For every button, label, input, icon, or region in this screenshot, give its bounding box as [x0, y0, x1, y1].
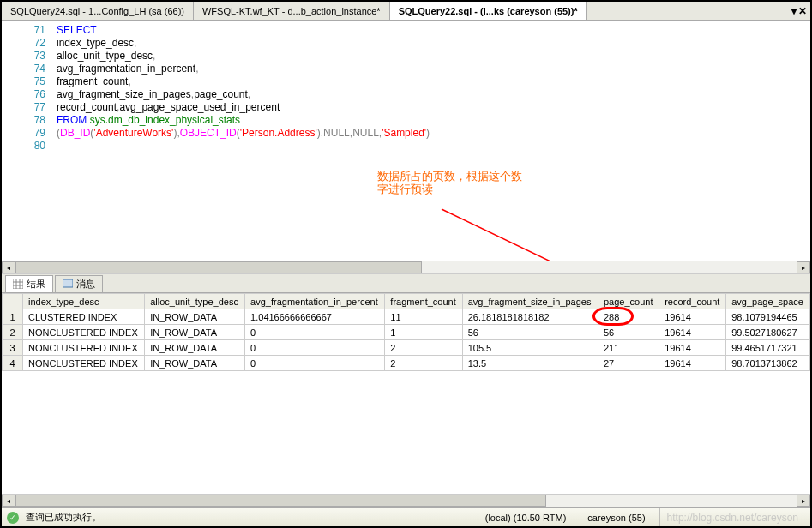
sql-editor[interactable]: 71727374757677787980 SELECT index_type_d… — [2, 21, 810, 261]
tab-dropdown-icon[interactable]: ▾ — [791, 5, 797, 17]
status-server: (local) (10.50 RTM) — [478, 508, 574, 526]
scroll-left-icon[interactable]: ◂ — [2, 495, 15, 507]
table-row[interactable]: 1CLUSTERED INDEXIN_ROW_DATA1.04166666666… — [3, 309, 810, 325]
scroll-left-icon[interactable]: ◂ — [2, 261, 15, 273]
results-grid-wrap: index_type_desc alloc_unit_type_desc avg… — [2, 293, 810, 494]
code-area[interactable]: SELECT index_type_desc, alloc_unit_type_… — [51, 21, 810, 261]
annotation-text: 数据所占的页数，根据这个数 字进行预读 — [377, 170, 522, 195]
scroll-right-icon[interactable]: ▸ — [797, 261, 810, 273]
svg-line-0 — [442, 209, 656, 261]
svg-rect-6 — [63, 279, 73, 287]
tab-results-label: 结果 — [27, 278, 45, 291]
results-grid[interactable]: index_type_desc alloc_unit_type_desc avg… — [2, 293, 810, 371]
tab-wfsql[interactable]: WFSQL-KT.wf_KT - d...b_action_instance* — [194, 2, 390, 20]
table-row[interactable]: 2NONCLUSTERED INDEXIN_ROW_DATA0156561961… — [3, 325, 810, 340]
table-row[interactable]: 4NONCLUSTERED INDEXIN_ROW_DATA0213.52719… — [3, 356, 810, 371]
tab-results[interactable]: 结果 — [5, 275, 53, 292]
grid-hscroll[interactable]: ◂ ▸ — [2, 494, 810, 507]
scroll-thumb[interactable] — [15, 495, 546, 507]
document-tabs: SQLQuery24.sql - 1...Config_LH (sa (66))… — [2, 2, 810, 21]
scroll-right-icon[interactable]: ▸ — [797, 495, 810, 507]
editor-hscroll[interactable]: ◂ ▸ — [2, 261, 810, 274]
success-icon: ✓ — [7, 512, 19, 524]
grid-icon — [13, 279, 23, 289]
tab-messages-label: 消息 — [76, 278, 95, 291]
line-gutter: 71727374757677787980 — [2, 21, 51, 261]
tab-query24[interactable]: SQLQuery24.sql - 1...Config_LH (sa (66)) — [2, 2, 194, 20]
status-user: careyson (55) — [580, 508, 652, 526]
grid-header-row: index_type_desc alloc_unit_type_desc avg… — [3, 294, 810, 309]
message-icon — [63, 279, 73, 289]
table-row[interactable]: 3NONCLUSTERED INDEXIN_ROW_DATA02105.5211… — [3, 340, 810, 356]
status-bar: ✓ 查询已成功执行。 (local) (10.50 RTM) careyson … — [2, 507, 810, 526]
status-message: 查询已成功执行。 — [26, 511, 101, 524]
tab-messages[interactable]: 消息 — [55, 275, 103, 292]
tab-query22[interactable]: SQLQuery22.sql - (l...ks (careyson (55))… — [390, 2, 587, 20]
scroll-thumb[interactable] — [15, 261, 422, 273]
result-tabs: 结果 消息 — [2, 274, 810, 293]
svg-rect-1 — [13, 279, 23, 289]
status-watermark: http://blog.csdn.net/careyson — [659, 508, 805, 526]
tab-close-icon[interactable]: ✕ — [798, 5, 807, 17]
